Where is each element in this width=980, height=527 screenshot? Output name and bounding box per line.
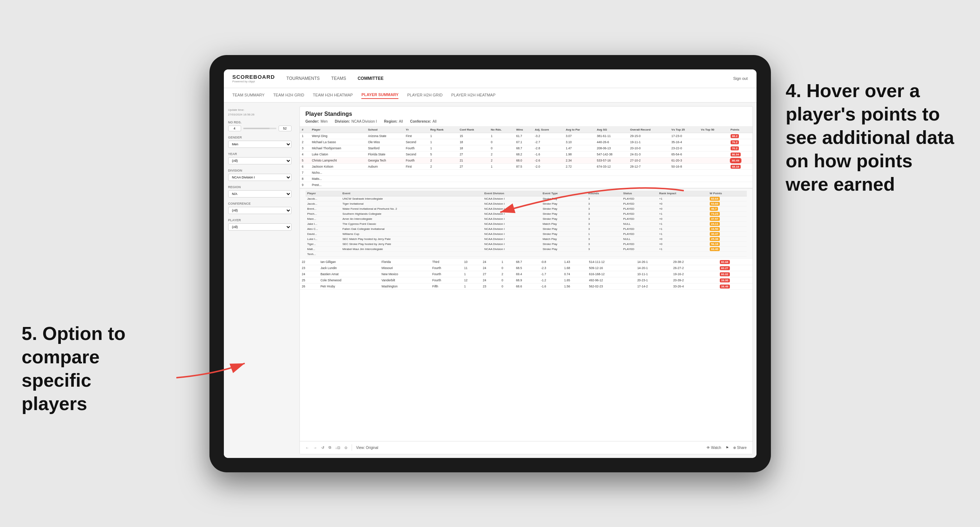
table-row: 6 Jackson Kolson Auburn First 2 27 1 87.… [300, 163, 752, 170]
player-select[interactable]: (All) [228, 224, 291, 230]
cell-num: 5 [300, 157, 310, 163]
cell-conf-rank [457, 182, 489, 188]
table-row: 3 Michael Thorbjornsen Stanford Fourth 1… [300, 145, 752, 151]
tooltip-col-rank-impact: Rank Impact [657, 190, 708, 197]
nav-teams[interactable]: TEAMS [331, 75, 346, 83]
tooltip-cell-event-type [541, 251, 587, 257]
cell-points[interactable]: 39.95 [718, 277, 752, 283]
points-badge[interactable]: 80.68 [720, 260, 730, 264]
toolbar-clock[interactable]: ⊙ [344, 446, 347, 450]
points-badge[interactable]: 80.49 [730, 159, 741, 163]
tooltip-cell-event: Southern Highlands Collegiate [341, 211, 483, 216]
sub-nav-team-h2h-grid[interactable]: TEAM H2H GRID [273, 91, 304, 98]
tooltip-row: Tenh... [305, 251, 747, 257]
filter-gender-label: Gender: [305, 119, 319, 124]
tooltip-cell-player: Alex C... [305, 226, 341, 231]
cell-points[interactable]: 80.27 [718, 265, 752, 271]
toolbar-view[interactable]: View: Original [356, 446, 379, 450]
cell-points[interactable] [729, 176, 752, 182]
gender-select[interactable]: Men [228, 141, 291, 148]
tooltip-cell-status: PLAYED [622, 216, 657, 221]
points-badge[interactable]: 70.2 [730, 146, 739, 150]
tooltip-col-status: Status [622, 190, 657, 197]
sidebar-year: Year (All) [228, 152, 291, 164]
cell-avg-to-par: 0.74 [562, 271, 587, 277]
no-rds-min-input[interactable] [228, 125, 241, 131]
cell-points[interactable]: 38.49 [718, 283, 752, 289]
points-badge[interactable]: 88.2 [730, 134, 739, 138]
points-badge[interactable]: 80.02 [720, 272, 730, 276]
conference-select[interactable]: (All) [228, 207, 291, 214]
w-points-badge: 73.23 [710, 212, 720, 216]
no-rds-max-input[interactable] [278, 125, 291, 131]
table-row: 25 Cole Sherwood Vanderbilt Fourth 12 24… [300, 277, 752, 283]
cell-conf-rank: 18 [457, 139, 489, 145]
no-rds-slider[interactable] [243, 128, 277, 129]
cell-points[interactable]: 80.68 [718, 259, 752, 265]
cell-school [366, 170, 403, 176]
tooltip-cell-event: Amer An Intercollegiate [341, 216, 483, 221]
cell-player: Jack Lundin [318, 265, 379, 271]
cell-points[interactable]: 86.94 [729, 151, 752, 157]
filter-region-value: All [399, 119, 403, 124]
cell-adj-score: -0.8 [539, 259, 562, 265]
tooltip-cell-w-points: 53.60 [708, 201, 747, 206]
cell-player: Michael Thorbjornsen [310, 145, 366, 151]
player-header: Player Standings Gender: Men Division: N… [300, 106, 752, 127]
cell-points[interactable] [729, 182, 752, 188]
cell-vs-top50 [699, 145, 729, 151]
points-badge[interactable]: 38.49 [720, 284, 730, 289]
cell-no-rds: 2 [489, 151, 514, 157]
tooltip-row: Mare... Amer An Intercollegiate NCAA Div… [305, 216, 747, 221]
cell-vs-top25 [670, 176, 699, 182]
player-standings-panel: Player Standings Gender: Men Division: N… [299, 106, 753, 454]
cell-points[interactable]: 88.2 [729, 133, 752, 139]
toolbar-download[interactable]: ↓⊡ [336, 446, 340, 450]
cell-points[interactable]: 80.49 [729, 157, 752, 163]
region-select[interactable]: N/A [228, 190, 291, 197]
nav-tournaments[interactable]: TOURNAMENTS [286, 75, 320, 83]
toolbar-share[interactable]: ⊕ Share [733, 446, 747, 450]
col-avg-sg: Avg SG [595, 127, 628, 133]
toolbar-refresh[interactable]: ↺ [321, 446, 324, 450]
bottom-toolbar: ← → ↺ ⧉ ↓⊡ ⊙ View: Original 👁 Watch [300, 441, 752, 454]
cell-avg-sg: 440-26-6 [595, 139, 628, 145]
cell-avg-to-par: 1.68 [562, 265, 587, 271]
nav-committee[interactable]: COMMITTEE [358, 75, 383, 83]
region-label: Region [228, 185, 291, 189]
toolbar-forward[interactable]: → [313, 446, 317, 450]
tooltip-table: Player Event Event Division Event Type R… [305, 190, 747, 257]
sidebar-no-rds: No Rds. [228, 121, 291, 131]
year-select[interactable]: (All) [228, 157, 291, 164]
sub-nav-player-h2h-grid[interactable]: PLAYER H2H GRID [407, 91, 442, 98]
toolbar-flag[interactable]: ⚑ [725, 446, 729, 450]
tooltip-row: Jacob... UNCW Seahawk Intercollegiate NC… [305, 196, 747, 201]
cell-reg-rank [428, 182, 458, 188]
table-row: 2 Michael La Sasso Ole Miss Second 1 18 … [300, 139, 752, 145]
cell-school: Missouri [379, 265, 430, 271]
toolbar-back[interactable]: ← [305, 446, 309, 450]
cell-adj-score: -2.0 [533, 163, 563, 170]
cell-points[interactable]: 76.2 [729, 139, 752, 145]
points-badge[interactable]: 68.18 [730, 165, 741, 169]
points-badge[interactable]: 39.95 [720, 278, 730, 283]
nav-sign-out[interactable]: Sign out [733, 76, 748, 81]
points-badge[interactable]: 80.27 [720, 266, 730, 270]
division-select[interactable]: NCAA Division I [228, 174, 291, 181]
points-badge[interactable]: 86.94 [730, 152, 741, 157]
tooltip-cell-w-points: 60.64 [708, 196, 747, 201]
sub-nav-team-h2h-heatmap[interactable]: TEAM H2H HEATMAP [313, 91, 353, 98]
table-row: 22 Ian Gilligan Florida Third 10 24 1 68… [300, 259, 752, 265]
toolbar-copy[interactable]: ⧉ [329, 445, 331, 450]
points-badge[interactable]: 76.2 [730, 140, 739, 144]
cell-points[interactable] [729, 170, 752, 176]
cell-reg-rank: 11 [462, 265, 481, 271]
sub-nav-player-h2h-heatmap[interactable]: PLAYER H2H HEATMAP [451, 91, 496, 98]
toolbar-watch-label: Watch [711, 446, 721, 450]
cell-points[interactable]: 80.02 [718, 271, 752, 277]
sub-nav-team-summary[interactable]: TEAM SUMMARY [232, 91, 265, 98]
toolbar-watch[interactable]: 👁 Watch [706, 446, 721, 450]
sub-nav-player-summary[interactable]: PLAYER SUMMARY [361, 91, 398, 99]
cell-points[interactable]: 70.2 [729, 145, 752, 151]
cell-points[interactable]: 68.18 [729, 163, 752, 170]
